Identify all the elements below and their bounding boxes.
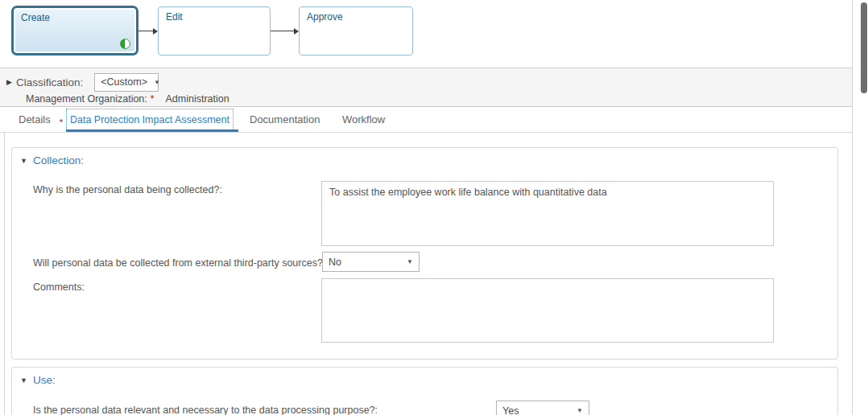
external-sources-label: Will personal data be collected from ext…	[33, 257, 325, 269]
relevant-necessary-dropdown-value: Yes	[502, 405, 519, 415]
classification-dropdown-value: <Custom>	[101, 76, 147, 88]
section-title: Collection:	[33, 154, 84, 166]
chevron-down-icon: ▼	[577, 407, 583, 414]
why-collected-textarea[interactable]: To assist the employee work life balance…	[321, 181, 774, 246]
panel-left-border	[4, 133, 5, 415]
tab-workflow[interactable]: Workflow	[342, 109, 385, 130]
use-section: ▼ Use: Is the personal data relevant and…	[11, 367, 838, 415]
tab-documentation[interactable]: Documentation	[250, 109, 320, 130]
collapse-triangle-icon: ▼	[20, 157, 27, 165]
workflow-node-edit[interactable]: Edit	[158, 6, 271, 55]
management-organization-label: Management Organization:	[26, 93, 147, 105]
panel-right-border	[852, 0, 853, 415]
tab-label: Workflow	[342, 113, 385, 125]
classification-label: Classification:	[16, 76, 83, 88]
comments-label: Comments:	[33, 281, 85, 293]
tab-label: Data Protection Impact Assessment	[70, 114, 229, 125]
comments-textarea[interactable]	[321, 278, 774, 343]
management-organization-value: Administration	[165, 93, 229, 105]
expander-collapsed-icon[interactable]: ▶	[6, 78, 16, 86]
tab-bar: Details * Data Protection Impact Assessm…	[0, 107, 852, 133]
chevron-down-icon: ▼	[407, 258, 413, 265]
flow-arrow-icon	[271, 31, 294, 31]
scrollbar-thumb[interactable]	[861, 2, 867, 93]
app-screen: Create Edit Approve ▶ Classification: <C…	[0, 0, 868, 415]
half-filled-circle-icon	[120, 39, 130, 49]
workflow-node-label: Edit	[166, 11, 183, 23]
chevron-down-icon: ▼	[154, 79, 160, 86]
section-title: Use:	[33, 374, 56, 386]
vertical-scrollbar[interactable]	[856, 0, 868, 415]
collapse-triangle-icon: ▼	[20, 376, 27, 384]
flow-arrow-icon	[138, 31, 153, 31]
tab-label: Details	[19, 109, 51, 130]
required-asterisk: *	[151, 93, 155, 105]
tab-details[interactable]: Details *	[19, 109, 63, 130]
workflow-node-label: Create	[21, 12, 50, 23]
workflow-node-approve[interactable]: Approve	[299, 6, 413, 55]
classification-band: ▶ Classification: <Custom> ▼ Management …	[0, 68, 852, 107]
external-sources-dropdown[interactable]: No ▼	[322, 252, 420, 272]
workflow-node-label: Approve	[307, 11, 343, 23]
why-collected-label: Why is the personal data being collected…	[33, 184, 222, 195]
relevant-necessary-label: Is the personal data relevant and necess…	[33, 405, 378, 415]
collection-section-header[interactable]: ▼ Collection:	[20, 154, 84, 166]
external-sources-dropdown-value: No	[329, 257, 341, 268]
required-asterisk: *	[60, 112, 63, 133]
active-tab-underline	[66, 129, 238, 132]
classification-dropdown[interactable]: <Custom> ▼	[94, 73, 159, 92]
use-section-header[interactable]: ▼ Use:	[20, 374, 56, 386]
collection-section: ▼ Collection: Why is the personal data b…	[11, 147, 838, 360]
workflow-node-create[interactable]: Create	[11, 6, 138, 55]
tab-data-protection-impact-assessment[interactable]: Data Protection Impact Assessment	[67, 109, 233, 130]
tab-label: Documentation	[250, 113, 320, 125]
relevant-necessary-dropdown[interactable]: Yes ▼	[496, 401, 589, 415]
